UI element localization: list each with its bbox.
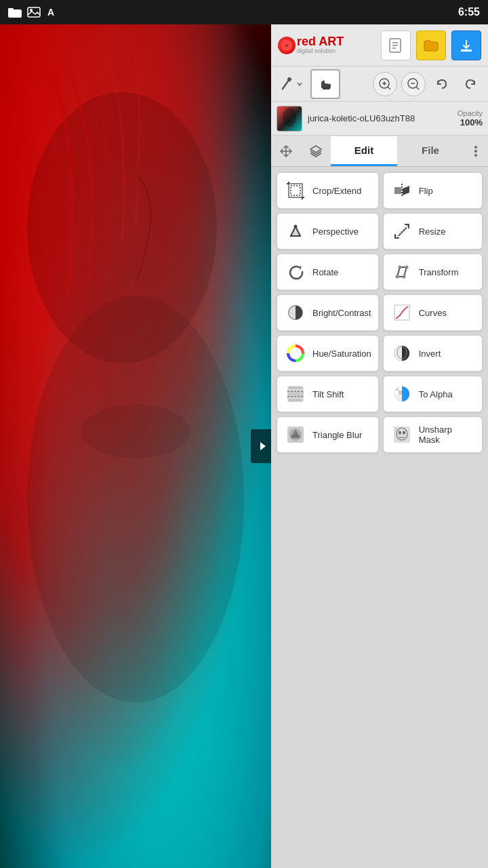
svg-point-26 — [474, 154, 477, 157]
rotate-label: Rotate — [312, 267, 338, 277]
logo-icon — [278, 37, 296, 54]
tool-rotate[interactable]: Rotate — [277, 254, 379, 290]
curves-label: Curves — [419, 308, 447, 318]
rotate-svg — [285, 262, 306, 282]
redo-button[interactable] — [458, 72, 483, 96]
tool-unsharp-mask[interactable]: Unsharp Mask — [383, 416, 483, 453]
perspective-icon — [284, 220, 307, 243]
brush-tool-button[interactable] — [277, 69, 306, 99]
logo-drop-icon — [281, 39, 293, 52]
layer-thumb-img — [277, 106, 302, 132]
tab-file[interactable]: File — [397, 136, 464, 166]
svg-point-34 — [294, 225, 298, 229]
svg-point-6 — [27, 296, 244, 703]
right-panel: red ART digital solution — [271, 24, 488, 868]
zoom-in-button[interactable] — [373, 72, 397, 96]
svg-point-63 — [399, 431, 401, 435]
rotate-icon — [284, 260, 307, 283]
download-button[interactable] — [451, 31, 481, 60]
tab-edit[interactable]: Edit — [331, 136, 397, 166]
svg-rect-28 — [291, 186, 300, 195]
status-bar: A 6:55 — [0, 0, 488, 24]
open-folder-button[interactable] — [416, 31, 446, 60]
curves-svg — [392, 302, 412, 323]
transform-icon — [390, 260, 413, 283]
svg-rect-56 — [394, 391, 399, 395]
download-icon — [459, 38, 474, 53]
tiltshift-svg — [285, 384, 306, 404]
resize-label: Resize — [419, 226, 446, 237]
svg-point-38 — [402, 275, 405, 279]
invert-icon — [390, 342, 413, 365]
new-doc-icon — [388, 37, 404, 54]
tool-hue-saturation[interactable]: Hue/Saturation — [277, 335, 379, 372]
tool-crop-extend[interactable]: Crop/Extend — [277, 172, 379, 209]
move-tool-nav[interactable] — [271, 136, 301, 166]
zoom-out-icon — [407, 77, 420, 91]
curves-icon — [390, 301, 413, 324]
tool-invert[interactable]: Invert — [383, 335, 483, 372]
flip-svg — [392, 180, 412, 201]
toggle-panel-button[interactable] — [251, 429, 271, 463]
svg-point-24 — [474, 146, 477, 149]
arrow-right-icon — [258, 439, 268, 453]
tool-perspective[interactable]: Perspective — [277, 213, 379, 250]
svg-rect-46 — [287, 391, 304, 397]
tool-row — [271, 66, 488, 102]
hand-tool-button[interactable] — [310, 69, 340, 99]
tool-transform[interactable]: Transform — [383, 254, 483, 290]
status-icons: A — [8, 7, 58, 18]
resize-icon — [390, 220, 413, 243]
canvas-area[interactable] — [0, 24, 271, 868]
hue-saturation-icon — [284, 342, 307, 365]
hand-icon — [317, 76, 333, 92]
svg-point-60 — [290, 434, 301, 438]
triangle-blur-icon — [284, 423, 307, 446]
layer-row: jurica-koletic-oLU63uzhT88 Opacity 100% — [271, 102, 488, 136]
folder-icon — [8, 7, 22, 18]
layers-icon — [308, 144, 323, 159]
font-icon: A — [46, 7, 58, 18]
layers-nav[interactable] — [301, 136, 331, 166]
to-alpha-icon — [390, 382, 413, 406]
unsharpmask-svg — [392, 425, 412, 445]
tool-flip[interactable]: Flip — [383, 172, 483, 209]
svg-point-23 — [283, 108, 296, 127]
logo-text: red ART — [297, 35, 344, 49]
app-header: red ART digital solution — [271, 24, 488, 66]
app-logo: red ART digital solution — [278, 35, 344, 56]
face-art — [0, 24, 271, 868]
unsharp-mask-label: Unsharp Mask — [419, 425, 475, 445]
tool-resize[interactable]: Resize — [383, 213, 483, 250]
svg-point-35 — [395, 275, 399, 279]
zoom-in-icon — [378, 77, 392, 91]
zoom-out-button[interactable] — [401, 72, 426, 96]
to-alpha-label: To Alpha — [419, 389, 453, 399]
svg-rect-1 — [8, 8, 14, 11]
folder-open-icon — [423, 37, 439, 54]
tool-to-alpha[interactable]: To Alpha — [383, 376, 483, 412]
tilt-shift-icon — [284, 382, 307, 406]
redo-icon — [463, 77, 478, 92]
svg-point-36 — [398, 266, 401, 269]
svg-point-64 — [403, 431, 405, 435]
svg-rect-14 — [321, 81, 323, 88]
undo-button[interactable] — [430, 72, 454, 96]
more-dots-icon — [469, 144, 483, 158]
crop-label: Crop/Extend — [312, 186, 361, 196]
layer-thumbnail[interactable] — [277, 106, 302, 132]
perspective-label: Perspective — [312, 226, 359, 237]
tool-triangle-blur[interactable]: Triangle Blur — [277, 416, 379, 453]
transform-svg — [392, 262, 412, 282]
logo-sub: digital solution — [297, 48, 344, 55]
toalpha-svg — [392, 384, 412, 404]
tool-curves[interactable]: Curves — [383, 294, 483, 331]
triangle-blur-label: Triangle Blur — [312, 430, 362, 440]
tool-bright-contrast[interactable]: Bright/Contrast — [277, 294, 379, 331]
new-document-button[interactable] — [381, 31, 411, 60]
triangleblur-svg — [285, 425, 306, 445]
crop-svg — [285, 180, 306, 201]
tool-tilt-shift[interactable]: Tilt Shift — [277, 376, 379, 412]
more-options-button[interactable] — [464, 136, 488, 166]
svg-point-25 — [474, 150, 477, 153]
